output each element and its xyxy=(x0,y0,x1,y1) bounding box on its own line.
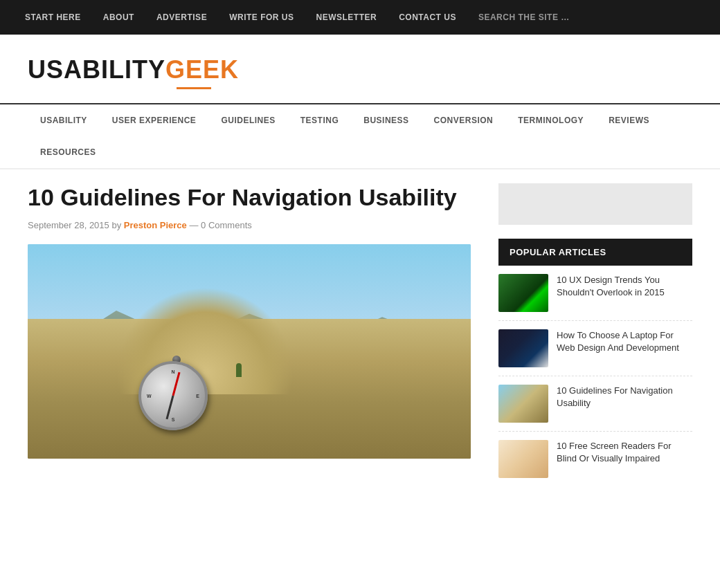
cat-nav-testing[interactable]: TESTING xyxy=(288,104,352,136)
popular-article-2[interactable]: How To Choose A Laptop For Web Design An… xyxy=(498,321,692,376)
nav-item-search[interactable]: SEARCH THE SITE … xyxy=(467,0,581,35)
cat-nav-conversion[interactable]: CONVERSION xyxy=(422,104,506,136)
nav-item-newsletter[interactable]: NEWSLETTER xyxy=(305,0,388,35)
cat-nav-reviews[interactable]: REVIEWS xyxy=(596,104,662,136)
cat-nav-user-experience[interactable]: USER EXPERIENCE xyxy=(100,104,209,136)
popular-article-title-4[interactable]: 10 Free Screen Readers For Blind Or Visu… xyxy=(557,440,692,465)
popular-article-1[interactable]: 10 UX Design Trends You Shouldn't Overlo… xyxy=(498,266,692,321)
article-thumb-1 xyxy=(498,274,548,312)
article-by: by xyxy=(111,220,123,230)
cat-nav-business[interactable]: BUSINESS xyxy=(351,104,421,136)
logo-geek: GEEK xyxy=(165,55,239,84)
popular-article-title-3[interactable]: 10 Guidelines For Navigation Usability xyxy=(557,385,692,410)
nav-item-contact-us[interactable]: CONTACT US xyxy=(388,0,467,35)
article-hero-image: N S E W xyxy=(28,244,471,459)
nav-item-start-here[interactable]: START HERE xyxy=(14,0,92,35)
cat-nav-guidelines[interactable]: GUIDELINES xyxy=(208,104,287,136)
popular-article-title-2[interactable]: How To Choose A Laptop For Web Design An… xyxy=(557,329,692,354)
compass-label-west: W xyxy=(147,393,152,398)
article-thumb-4 xyxy=(498,440,548,478)
sidebar-advertisement xyxy=(498,183,692,225)
category-navigation: USABILITY USER EXPERIENCE GUIDELINES TES… xyxy=(0,103,720,169)
sidebar: POPULAR ARTICLES 10 UX Design Trends You… xyxy=(498,183,692,486)
popular-article-title-1[interactable]: 10 UX Design Trends You Shouldn't Overlo… xyxy=(557,274,692,299)
article-title: 10 Guidelines For Navigation Usability xyxy=(28,183,471,212)
top-navigation: START HERE ABOUT ADVERTISE WRITE FOR US … xyxy=(0,0,720,35)
article-meta: September 28, 2015 by Preston Pierce — 0… xyxy=(28,220,471,230)
article-date: September 28, 2015 xyxy=(28,220,109,230)
article-comments[interactable]: 0 Comments xyxy=(201,220,252,230)
desert-plant xyxy=(236,363,242,377)
article-thumb-3 xyxy=(498,385,548,423)
cat-nav-usability[interactable]: USABILITY xyxy=(28,104,100,136)
article-author[interactable]: Preston Pierce xyxy=(124,220,187,230)
compass-image: N S E W xyxy=(138,361,215,437)
nav-item-advertise[interactable]: ADVERTISE xyxy=(145,0,218,35)
popular-articles-title: POPULAR ARTICLES xyxy=(498,239,692,266)
cat-nav-terminology[interactable]: TERMINOLOGY xyxy=(505,104,596,136)
compass-needle-south xyxy=(165,395,174,419)
popular-article-4[interactable]: 10 Free Screen Readers For Blind Or Visu… xyxy=(498,432,692,486)
thumb-image-compass xyxy=(498,385,548,423)
compass-label-south: S xyxy=(172,417,175,422)
article-separator: — xyxy=(189,220,201,230)
compass-body: N S E W xyxy=(138,361,208,430)
popular-articles-section: POPULAR ARTICLES 10 UX Design Trends You… xyxy=(498,239,692,486)
logo-usability: USABILITY xyxy=(28,55,165,84)
logo-area: USABILITYGEEK xyxy=(0,35,720,103)
popular-article-3[interactable]: 10 Guidelines For Navigation Usability xyxy=(498,376,692,432)
logo-underline xyxy=(177,87,211,89)
thumb-image-laptop xyxy=(498,329,548,367)
compass-label-north: N xyxy=(171,369,174,374)
compass-label-east: E xyxy=(196,393,199,398)
compass-needle-north xyxy=(172,372,181,396)
article-thumb-2 xyxy=(498,329,548,367)
nav-item-about[interactable]: ABOUT xyxy=(92,0,145,35)
nav-item-write-for-us[interactable]: WRITE FOR US xyxy=(218,0,305,35)
article-area: 10 Guidelines For Navigation Usability S… xyxy=(28,183,471,486)
main-layout: 10 Guidelines For Navigation Usability S… xyxy=(0,183,720,486)
site-logo[interactable]: USABILITYGEEK xyxy=(28,55,692,84)
thumb-image-screen-reader xyxy=(498,440,548,478)
thumb-image-ux xyxy=(498,274,548,312)
cat-nav-resources[interactable]: RESOURCES xyxy=(28,136,109,168)
